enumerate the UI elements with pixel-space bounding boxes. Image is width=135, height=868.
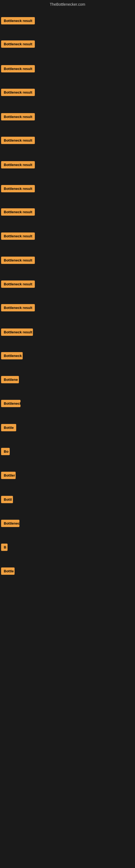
button-row-13: Bottleneck result	[0, 303, 36, 312]
page-container: TheBottlenecker.com Bottleneck resultBot…	[0, 0, 135, 868]
bottleneck-result-button-5[interactable]: Bottleneck result	[1, 113, 35, 120]
bottleneck-result-button-20[interactable]: Bottler	[1, 472, 16, 479]
bottleneck-result-button-22[interactable]: Bottlenec	[1, 520, 19, 527]
button-row-12: Bottleneck result	[0, 279, 36, 289]
button-row-15: Bottleneck r	[0, 351, 24, 361]
button-row-2: Bottleneck result	[0, 39, 36, 49]
bottleneck-result-button-17[interactable]: Bottleneck	[1, 400, 20, 407]
button-row-7: Bottleneck result	[0, 160, 36, 169]
bottleneck-result-button-11[interactable]: Bottleneck result	[1, 257, 35, 264]
button-row-19: Bo	[0, 447, 11, 456]
bottleneck-result-button-12[interactable]: Bottleneck result	[1, 280, 35, 288]
bottleneck-result-button-7[interactable]: Bottleneck result	[1, 161, 35, 168]
bottleneck-result-button-21[interactable]: Bottl	[1, 496, 13, 503]
bottleneck-result-button-3[interactable]: Bottleneck result	[1, 65, 35, 72]
bottleneck-result-button-6[interactable]: Bottleneck result	[1, 137, 35, 144]
button-row-1: Bottleneck result	[0, 16, 36, 26]
button-row-8: Bottleneck result	[0, 184, 36, 193]
button-row-6: Bottleneck result	[0, 135, 36, 145]
button-row-17: Bottleneck	[0, 399, 21, 408]
button-row-21: Bottl	[0, 495, 14, 504]
button-row-18: Bottle	[0, 423, 17, 432]
button-row-11: Bottleneck result	[0, 255, 36, 265]
bottleneck-result-button-24[interactable]: Bottle	[1, 567, 14, 575]
bottleneck-result-button-13[interactable]: Bottleneck result	[1, 304, 35, 311]
buttons-container: Bottleneck resultBottleneck resultBottle…	[0, 9, 135, 606]
bottleneck-result-button-2[interactable]: Bottleneck result	[1, 40, 35, 48]
bottleneck-result-button-8[interactable]: Bottleneck result	[1, 185, 35, 192]
button-row-16: Bottlene	[0, 375, 20, 384]
button-row-22: Bottlenec	[0, 519, 20, 528]
bottleneck-result-button-23[interactable]: B	[1, 544, 8, 551]
bottleneck-result-button-10[interactable]: Bottleneck result	[1, 232, 35, 240]
button-row-24: Bottle	[0, 566, 16, 576]
bottleneck-result-button-4[interactable]: Bottleneck result	[1, 89, 35, 96]
button-row-23: B	[0, 542, 9, 552]
button-row-10: Bottleneck result	[0, 231, 36, 241]
button-row-4: Bottleneck result	[0, 88, 36, 97]
bottleneck-result-button-16[interactable]: Bottlene	[1, 376, 19, 383]
bottleneck-result-button-1[interactable]: Bottleneck result	[1, 17, 35, 24]
bottleneck-result-button-15[interactable]: Bottleneck r	[1, 352, 23, 360]
bottleneck-result-button-9[interactable]: Bottleneck result	[1, 208, 35, 216]
button-row-20: Bottler	[0, 471, 17, 480]
button-row-3: Bottleneck result	[0, 64, 36, 73]
bottleneck-result-button-19[interactable]: Bo	[1, 448, 10, 455]
button-row-9: Bottleneck result	[0, 207, 36, 217]
site-title: TheBottlenecker.com	[0, 0, 135, 9]
button-row-5: Bottleneck result	[0, 112, 36, 122]
bottleneck-result-button-14[interactable]: Bottleneck result	[1, 329, 33, 336]
button-row-14: Bottleneck result	[0, 328, 34, 337]
bottleneck-result-button-18[interactable]: Bottle	[1, 424, 16, 431]
